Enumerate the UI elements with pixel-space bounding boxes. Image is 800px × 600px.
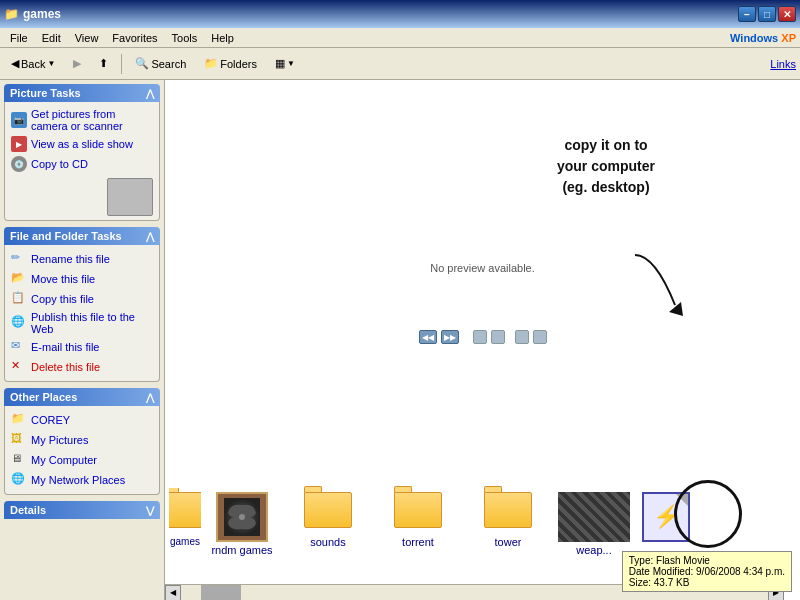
title-bar-title: games xyxy=(23,7,61,21)
other-places-label: Other Places xyxy=(10,391,77,403)
publish-label: Publish this file to the Web xyxy=(31,311,153,335)
my-computer-label: My Computer xyxy=(31,454,97,466)
file-folder-collapse-icon: ⋀ xyxy=(146,231,154,242)
picture-tasks-collapse-icon: ⋀ xyxy=(146,88,154,99)
sounds-folder-body xyxy=(304,492,352,528)
panel-item-corey[interactable]: 📁 COREY xyxy=(7,410,157,430)
publish-icon: 🌐 xyxy=(11,315,27,331)
details-header[interactable]: Details ⋁ xyxy=(4,501,160,519)
preview-thumbnail-area xyxy=(7,178,153,216)
title-bar-left: 📁 games xyxy=(4,7,61,21)
panel-item-email[interactable]: ✉ E-mail this file xyxy=(7,337,157,357)
rndm-games-inner xyxy=(224,498,260,536)
torrent-folder-body xyxy=(394,492,442,528)
rndm-games-svg xyxy=(226,499,258,535)
scroll-thumb[interactable] xyxy=(201,585,241,600)
menu-help[interactable]: Help xyxy=(205,30,240,46)
forward-button[interactable]: ▶ xyxy=(66,54,88,73)
move-icon: 📂 xyxy=(11,271,27,287)
menu-favorites[interactable]: Favorites xyxy=(106,30,163,46)
menu-file[interactable]: File xyxy=(4,30,34,46)
panel-item-slideshow[interactable]: ▶ View as a slide show xyxy=(7,134,157,154)
xp-logo: Windows XP xyxy=(730,32,796,44)
views-dropdown-icon: ▼ xyxy=(287,59,295,68)
flash-symbol: ⚡ xyxy=(653,504,680,530)
up-button[interactable]: ⬆ xyxy=(92,54,115,73)
copy-icon: 📋 xyxy=(11,291,27,307)
links-label[interactable]: Links xyxy=(770,58,796,70)
rename-label: Rename this file xyxy=(31,253,110,265)
my-pictures-label: My Pictures xyxy=(31,434,88,446)
panel-item-move[interactable]: 📂 Move this file xyxy=(7,269,157,289)
file-item-flash[interactable]: ⚡ xyxy=(635,488,697,548)
maximize-button[interactable]: □ xyxy=(758,6,776,22)
annotation-arrow xyxy=(625,250,705,320)
file-item-partial[interactable]: games xyxy=(169,488,201,551)
preview-thumbnail xyxy=(107,178,153,216)
search-icon: 🔍 xyxy=(135,57,149,70)
search-button[interactable]: 🔍 Search xyxy=(128,54,193,73)
views-icon: ▦ xyxy=(275,57,285,70)
cd-icon: 💿 xyxy=(11,156,27,172)
file-item-rndm-games[interactable]: rndm games xyxy=(201,488,283,560)
file-item-sounds[interactable]: sounds xyxy=(283,488,373,552)
network-icon: 🌐 xyxy=(11,472,27,488)
file-folder-header[interactable]: File and Folder Tasks ⋀ xyxy=(4,227,160,245)
panel-item-publish[interactable]: 🌐 Publish this file to the Web xyxy=(7,309,157,337)
panel-item-my-pictures[interactable]: 🖼 My Pictures xyxy=(7,430,157,450)
camera-label: Get pictures from camera or scanner xyxy=(31,108,153,132)
scroll-left-button[interactable]: ◀ xyxy=(165,585,181,601)
panel-item-network[interactable]: 🌐 My Network Places xyxy=(7,470,157,490)
media-btn-1[interactable] xyxy=(473,330,487,344)
details-collapse-icon: ⋁ xyxy=(146,505,154,516)
media-next-button[interactable]: ▶▶ xyxy=(441,330,459,344)
menu-tools[interactable]: Tools xyxy=(166,30,204,46)
rndm-games-icon xyxy=(216,492,268,542)
corey-label: COREY xyxy=(31,414,70,426)
title-bar: 📁 games − □ ✕ xyxy=(0,0,800,28)
other-places-section: Other Places ⋀ 📁 COREY 🖼 My Pictures 🖥 M… xyxy=(4,388,160,495)
file-item-weap[interactable]: weap... xyxy=(553,488,635,560)
panel-item-copy[interactable]: 📋 Copy this file xyxy=(7,289,157,309)
close-button[interactable]: ✕ xyxy=(778,6,796,22)
picture-tasks-header[interactable]: Picture Tasks ⋀ xyxy=(4,84,160,102)
folders-button[interactable]: 📁 Folders xyxy=(197,54,264,73)
left-panel: Picture Tasks ⋀ 📷 Get pictures from came… xyxy=(0,80,165,600)
forward-arrow-icon: ▶ xyxy=(73,57,81,70)
tooltip: Type: Flash Movie Date Modified: 9/06/20… xyxy=(622,551,792,592)
minimize-button[interactable]: − xyxy=(738,6,756,22)
panel-item-delete[interactable]: ✕ Delete this file xyxy=(7,357,157,377)
media-prev-button[interactable]: ◀◀ xyxy=(419,330,437,344)
views-button[interactable]: ▦ ▼ xyxy=(268,54,302,73)
panel-item-rename[interactable]: ✏ Rename this file xyxy=(7,249,157,269)
menu-bar: File Edit View Favorites Tools Help Wind… xyxy=(0,28,800,48)
back-dropdown-icon: ▼ xyxy=(47,59,55,68)
details-label: Details xyxy=(10,504,46,516)
media-btn-4[interactable] xyxy=(533,330,547,344)
panel-item-camera[interactable]: 📷 Get pictures from camera or scanner xyxy=(7,106,157,134)
panel-item-copycd[interactable]: 💿 Copy to CD xyxy=(7,154,157,174)
file-item-torrent[interactable]: torrent xyxy=(373,488,463,552)
corey-folder-icon: 📁 xyxy=(11,412,27,428)
media-btn-2[interactable] xyxy=(491,330,505,344)
folders-label: Folders xyxy=(220,58,257,70)
email-label: E-mail this file xyxy=(31,341,99,353)
title-bar-icon: 📁 xyxy=(4,7,19,21)
back-arrow-icon: ◀ xyxy=(11,57,19,70)
torrent-label: torrent xyxy=(402,536,434,548)
copycd-label: Copy to CD xyxy=(31,158,88,170)
panel-item-my-computer[interactable]: 🖥 My Computer xyxy=(7,450,157,470)
partial-folder-body xyxy=(169,492,201,528)
picture-tasks-section: Picture Tasks ⋀ 📷 Get pictures from came… xyxy=(4,84,160,221)
back-button[interactable]: ◀ Back ▼ xyxy=(4,54,62,73)
menu-edit[interactable]: Edit xyxy=(36,30,67,46)
menu-view[interactable]: View xyxy=(69,30,105,46)
file-folder-label: File and Folder Tasks xyxy=(10,230,122,242)
media-controls: ◀◀ ▶▶ xyxy=(419,330,547,344)
file-item-tower[interactable]: tower xyxy=(463,488,553,552)
weap-folder-bg xyxy=(558,492,630,542)
media-btn-3[interactable] xyxy=(515,330,529,344)
other-places-header[interactable]: Other Places ⋀ xyxy=(4,388,160,406)
my-computer-icon: 🖥 xyxy=(11,452,27,468)
svg-marker-0 xyxy=(669,302,683,316)
